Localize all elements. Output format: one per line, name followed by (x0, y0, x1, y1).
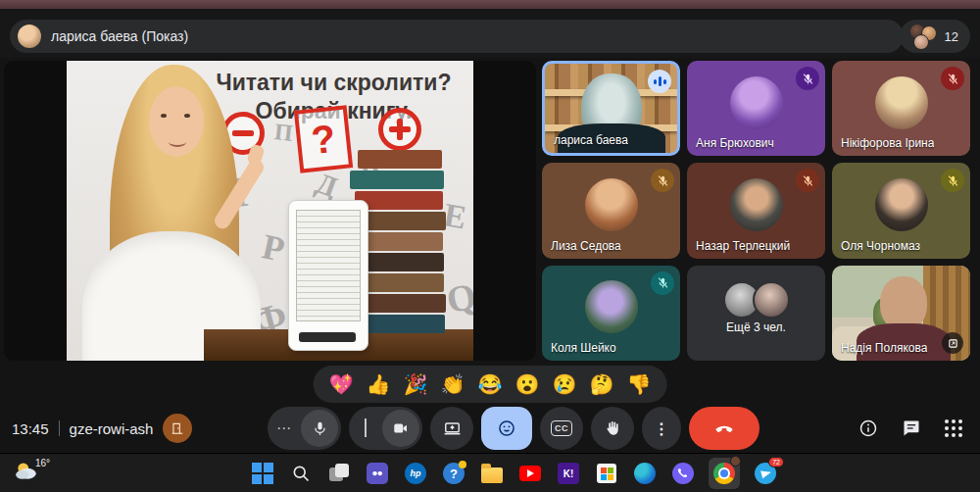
tile-kolya-sheyko[interactable]: Коля Шейко (542, 266, 680, 361)
meeting-title: лариса баева (Показ) (51, 28, 188, 44)
reactions-bar: 💖 👍 🎉 👏 😂 😮 😢 🤔 👎 (314, 366, 667, 403)
raise-hand-button[interactable] (591, 407, 634, 450)
end-call-button[interactable] (689, 407, 760, 450)
reaction-thumbs-up[interactable]: 👍 (367, 374, 391, 394)
youtube-icon[interactable] (517, 461, 543, 486)
mic-icon[interactable] (301, 410, 338, 447)
weather-temp: 16° (35, 458, 50, 468)
participant-name: Коля Шейко (551, 341, 616, 355)
avatar (730, 76, 783, 129)
windows-taskbar: 16° ꔷꔷ hp ? K! 72 РУС 13:45 16.04.2026 (0, 453, 980, 492)
chevron-up-icon (365, 418, 367, 437)
reaction-thumbs-down[interactable]: 👎 (626, 374, 651, 394)
participant-name: Нікіфорова Ірина (841, 136, 934, 150)
present-button[interactable] (430, 407, 473, 450)
slide-ereader (288, 200, 368, 351)
meeting-time: 13:45 (12, 420, 49, 437)
reaction-cry[interactable]: 😢 (552, 374, 576, 394)
avatar (875, 76, 928, 129)
slide-bg-letter: Р (259, 225, 288, 271)
tile-nazar-terletskyi[interactable]: Назар Терлецкий (687, 163, 825, 258)
chrome-icon[interactable] (709, 458, 740, 489)
reaction-surprised[interactable]: 😮 (514, 374, 539, 394)
camera-options-icon[interactable] (349, 420, 382, 437)
participants-count-button[interactable]: 12 (900, 20, 970, 53)
more-options-button[interactable]: ⋮ (642, 407, 681, 450)
file-explorer-icon[interactable] (479, 461, 505, 486)
call-controls: ⋯ CC ⋮ (268, 407, 760, 450)
camera-icon[interactable] (382, 410, 419, 447)
meeting-code: gze-rowi-ash (70, 420, 154, 437)
participant-name: Аня Брюхович (696, 136, 774, 150)
telegram-badge: 72 (768, 457, 784, 467)
presenter-avatar (18, 25, 41, 48)
slide-ereader-screen (296, 210, 361, 321)
participant-count: 12 (945, 29, 958, 44)
mic-button[interactable]: ⋯ (268, 407, 341, 450)
mic-muted-icon (796, 169, 819, 192)
mic-muted-icon (941, 169, 964, 192)
avatar (730, 178, 783, 231)
mic-muted-icon (651, 271, 674, 295)
divider (59, 420, 60, 436)
presentation-slide: Н Р Ф Д В Е П Q Читати чи скролити? Обир… (67, 61, 473, 361)
task-view-icon[interactable] (326, 461, 352, 486)
telegram-icon[interactable]: 72 (753, 461, 778, 486)
background-window-strip (0, 0, 980, 9)
plus-circle-icon (378, 108, 421, 151)
microsoft-store-icon[interactable] (594, 461, 619, 486)
participant-name: Надія Полякова (841, 341, 927, 355)
avatar (585, 280, 638, 333)
reaction-clap[interactable]: 👏 (441, 374, 466, 394)
search-icon[interactable] (288, 461, 314, 486)
slide-ereader-buttons (299, 332, 356, 342)
mic-muted-icon (941, 67, 964, 90)
tile-nadia-polyakova[interactable]: Надія Полякова (832, 266, 970, 361)
start-button[interactable] (250, 461, 275, 486)
audio-activity-icon (648, 70, 671, 93)
slide-bg-letter: Д (312, 166, 342, 204)
participant-avatars-cluster (907, 24, 937, 49)
kahoot-icon[interactable]: K! (556, 461, 581, 486)
reaction-heart[interactable]: 💖 (329, 374, 354, 394)
info-icon[interactable] (858, 418, 878, 438)
meeting-room-icon (163, 414, 192, 443)
tile-anya-bryukhovych[interactable]: Аня Брюхович (687, 61, 825, 156)
mic-muted-icon (796, 67, 819, 90)
activities-grid-icon[interactable] (945, 419, 962, 437)
participant-name: Назар Терлецкий (696, 239, 790, 253)
overflow-avatars (723, 281, 790, 319)
tile-liza-sedova[interactable]: Лиза Седова (542, 163, 680, 258)
mic-muted-icon (651, 169, 674, 192)
participant-grid: лариса баева Аня Брюхович Нікіфорова Іри… (542, 61, 970, 361)
viber-icon[interactable] (670, 461, 696, 486)
weather-widget[interactable]: 16° (14, 458, 50, 483)
tile-nikiforova-iryna[interactable]: Нікіфорова Ірина (832, 61, 970, 156)
hp-icon[interactable]: hp (403, 461, 428, 486)
popout-icon[interactable] (942, 332, 963, 354)
panel-buttons (858, 404, 962, 453)
teams-icon[interactable]: ꔷꔷ (365, 461, 390, 486)
avatar (585, 178, 638, 231)
help-icon[interactable]: ? (441, 461, 466, 486)
tile-larysa-baeva[interactable]: лариса баева (542, 61, 680, 156)
tile-overflow-participants[interactable]: Ещё 3 чел. (687, 266, 825, 361)
reaction-party[interactable]: 🎉 (404, 374, 428, 394)
meeting-info: 13:45 gze-rowi-ash (12, 404, 192, 453)
camera-button[interactable] (349, 407, 422, 450)
slide-woman-smile (169, 137, 186, 147)
participant-name: Оля Чорномаз (841, 239, 920, 253)
reactions-button[interactable] (481, 407, 532, 450)
more-vertical-icon: ⋮ (654, 419, 669, 438)
chat-icon[interactable] (902, 418, 921, 438)
call-control-bar: 13:45 gze-rowi-ash ⋯ CC (0, 404, 980, 453)
reaction-laugh[interactable]: 😂 (478, 374, 503, 394)
reaction-thinking[interactable]: 🤔 (589, 374, 613, 394)
captions-icon: CC (551, 420, 572, 436)
edge-icon[interactable] (632, 461, 658, 486)
tile-olya-chornomaz[interactable]: Оля Чорномаз (832, 163, 970, 258)
captions-button[interactable]: CC (540, 407, 583, 450)
mic-options-icon[interactable]: ⋯ (268, 419, 301, 437)
slide-woman-eye (184, 114, 190, 118)
meeting-title-bar: лариса баева (Показ) (10, 20, 904, 53)
